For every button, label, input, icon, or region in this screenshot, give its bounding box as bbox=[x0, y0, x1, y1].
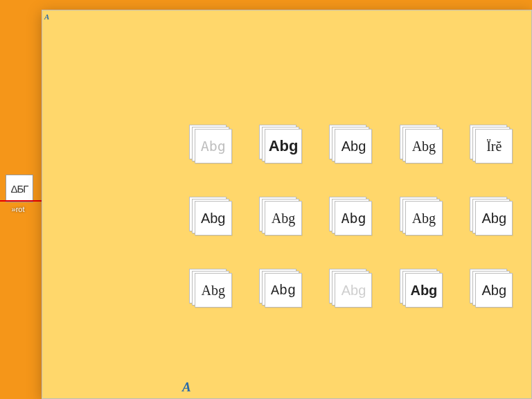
font-preview-icon: Abg bbox=[400, 197, 444, 236]
font-file-icon: ΔБΓ bbox=[6, 175, 33, 202]
fonts-folder-icon: A bbox=[177, 377, 197, 396]
fonts-window: A Fonts A › Control Panel› Appearance an… bbox=[42, 10, 532, 399]
font-preview-icon: Abg bbox=[329, 197, 373, 236]
font-preview-icon: Abg bbox=[189, 197, 233, 236]
font-preview-icon: Abg bbox=[400, 125, 444, 163]
font-preview-icon: Abg bbox=[189, 125, 233, 163]
font-preview-icon: Abg bbox=[329, 269, 373, 308]
desktop-icon-label: »rot bbox=[0, 205, 39, 213]
font-preview-icon: Abg bbox=[259, 125, 303, 163]
font-preview-icon: Abg bbox=[259, 269, 303, 308]
address-bar[interactable]: A › Control Panel› Appearance and Person… bbox=[127, 33, 415, 49]
font-preview-icon: Abg bbox=[470, 197, 514, 236]
font-preview-icon: Abg bbox=[259, 197, 303, 236]
font-preview-icon: Abg bbox=[400, 269, 444, 308]
font-preview-icon: Abg bbox=[470, 269, 514, 308]
nav-bar: A › Control Panel› Appearance and Person… bbox=[42, 30, 531, 52]
desktop-font-file[interactable]: ΔБΓ »rot bbox=[1, 175, 37, 213]
font-preview-icon: Abg bbox=[329, 125, 373, 163]
font-preview-icon: Abg bbox=[189, 269, 233, 308]
font-preview-icon: Ïrĕ bbox=[470, 125, 514, 163]
